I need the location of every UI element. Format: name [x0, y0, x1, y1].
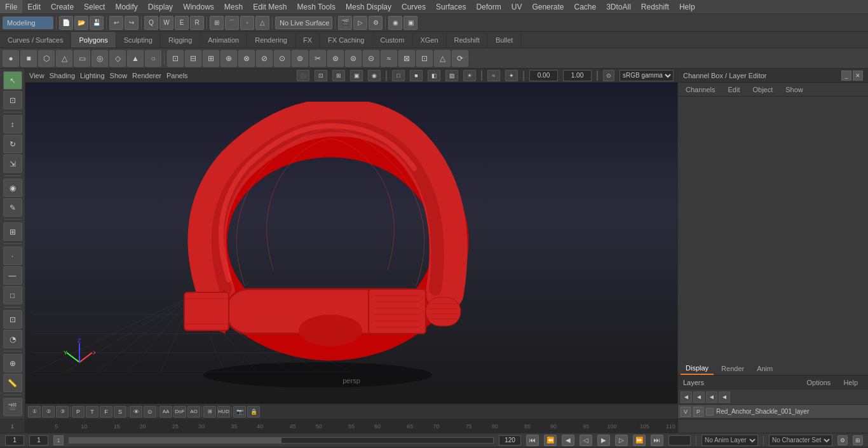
viewport-menu-show[interactable]: Show	[110, 72, 128, 79]
shelf-connect[interactable]: ⊛	[327, 50, 344, 67]
rp-close-button[interactable]: ✕	[853, 71, 863, 81]
shelf-sphere[interactable]: ●	[3, 50, 19, 67]
menu-mesh[interactable]: Mesh	[219, 0, 248, 13]
tab-xgen[interactable]: XGen	[412, 32, 446, 48]
menu-redshift[interactable]: Redshift	[636, 0, 674, 13]
layers-help-menu[interactable]: Help	[838, 376, 863, 389]
shaded-wire-button[interactable]: ◧	[428, 70, 440, 81]
menu-select[interactable]: Select	[79, 0, 110, 13]
menu-display[interactable]: Display	[143, 0, 178, 13]
frame-input-1[interactable]	[5, 435, 24, 445]
play-back-button[interactable]: ◁	[580, 435, 592, 446]
menu-create[interactable]: Create	[46, 0, 79, 13]
vp-wireframe-btn[interactable]: ①	[28, 406, 41, 417]
viewport-menu-shading[interactable]: Shading	[50, 72, 75, 79]
layers-add-sel-button[interactable]: ◄	[693, 391, 705, 403]
tab-fx-caching[interactable]: FX Caching	[320, 32, 372, 48]
component-edge-button[interactable]: —	[3, 266, 22, 285]
multi-component-button[interactable]: ⊡	[3, 310, 22, 329]
char-set-options-button[interactable]: ⚙	[837, 435, 848, 445]
scale-tool-button[interactable]: R	[190, 16, 204, 30]
vp-show-hide-btn[interactable]: 👁	[130, 406, 142, 417]
timeline-track[interactable]: 5 10 15 20 25 30 35 40 45 50 55 60 65 70…	[25, 419, 677, 433]
layers-remove-button[interactable]: ◄	[706, 391, 717, 403]
range-end-input[interactable]	[499, 435, 521, 445]
shaded-button[interactable]: ■	[410, 70, 423, 81]
anim-range-slider[interactable]	[69, 437, 494, 444]
resolution-gate-button[interactable]: ▣	[403, 16, 417, 30]
snap-align-button[interactable]: ⊕	[3, 354, 22, 372]
viewport-menu-lighting[interactable]: Lighting	[80, 72, 105, 79]
layer-playback-button[interactable]: P	[693, 407, 703, 417]
film-gate-button[interactable]: ▣	[350, 70, 363, 81]
vp-persp-btn[interactable]: P	[72, 406, 85, 417]
menu-modify[interactable]: Modify	[110, 0, 142, 13]
snap-point-button[interactable]: ◦	[240, 16, 254, 30]
shelf-bevel[interactable]: ⊟	[185, 50, 201, 67]
shelf-cylinder[interactable]: ⬡	[38, 50, 55, 67]
viewport-menu-panels[interactable]: Panels	[166, 72, 188, 79]
redo-button[interactable]: ↪	[125, 16, 139, 30]
render-settings-button[interactable]: ⚙	[369, 16, 383, 30]
show-manip-button[interactable]: ⊞	[3, 222, 22, 241]
scale-input[interactable]	[563, 70, 592, 81]
menu-edit-mesh[interactable]: Edit Mesh	[248, 0, 292, 13]
menu-help[interactable]: Help	[674, 0, 700, 13]
rp-tab-edit[interactable]: Edit	[722, 83, 745, 96]
vp-front-btn[interactable]: F	[100, 406, 112, 417]
display-layer-button[interactable]: ◉	[388, 16, 402, 30]
viewport-menu-view[interactable]: View	[29, 72, 44, 79]
layers-add-button[interactable]: ◄	[681, 391, 692, 403]
tab-sculpting[interactable]: Sculpting	[116, 32, 161, 48]
rp-subtab-anim[interactable]: Anim	[752, 362, 778, 375]
status-settings-button[interactable]: ⊞	[853, 435, 863, 445]
shelf-bridge[interactable]: ⊞	[203, 50, 219, 67]
shelf-extrude[interactable]: ⊡	[167, 50, 184, 67]
go-start-button[interactable]: ⏮	[526, 435, 539, 446]
shelf-torus[interactable]: ◎	[92, 50, 108, 67]
soft-mod-button[interactable]: ◔	[3, 330, 22, 348]
vp-lock-btn[interactable]: 🔒	[247, 406, 260, 417]
shelf-offset[interactable]: ⊚	[292, 50, 308, 67]
layers-move-up-button[interactable]: ◄	[719, 391, 730, 403]
rotation-input[interactable]	[529, 70, 558, 81]
menu-cache[interactable]: Cache	[569, 0, 601, 13]
vp-isolate-btn[interactable]: ⊙	[144, 406, 156, 417]
layer-visible-button[interactable]: V	[681, 407, 691, 417]
tab-rigging[interactable]: Rigging	[161, 32, 200, 48]
perspective-button[interactable]: ⊡	[315, 70, 327, 81]
shelf-triangulate[interactable]: △	[434, 50, 451, 67]
menu-edit[interactable]: Edit	[22, 0, 46, 13]
menu-3dtoall[interactable]: 3DtoAll	[601, 0, 636, 13]
tab-rendering[interactable]: Rendering	[247, 32, 295, 48]
rotate-tool-lt-button[interactable]: ↻	[3, 135, 22, 153]
menu-file[interactable]: File	[0, 0, 22, 13]
viewport-menu-renderer[interactable]: Renderer	[132, 72, 161, 79]
shelf-combine[interactable]: ⊠	[398, 50, 415, 67]
menu-deform[interactable]: Deform	[471, 0, 506, 13]
shelf-cut[interactable]: ✂	[309, 50, 326, 67]
render-button[interactable]: 🎬	[338, 16, 352, 30]
shelf-cone[interactable]: △	[56, 50, 72, 67]
step-back-button[interactable]: ◀	[562, 435, 574, 446]
save-scene-button[interactable]: 💾	[90, 16, 104, 30]
vp-grid-vis-btn[interactable]: ⊞	[203, 406, 216, 417]
vp-side-btn[interactable]: S	[114, 406, 126, 417]
snap-surface-button[interactable]: △	[255, 16, 269, 30]
rp-subtab-render[interactable]: Render	[716, 362, 749, 375]
menu-mesh-display[interactable]: Mesh Display	[341, 0, 397, 13]
light-button[interactable]: ☀	[463, 70, 476, 81]
tab-fx[interactable]: FX	[295, 32, 320, 48]
vp-top-btn[interactable]: T	[86, 406, 98, 417]
shelf-plane[interactable]: ▭	[74, 50, 90, 67]
shelf-insert[interactable]: ⊙	[274, 50, 290, 67]
shelf-fill[interactable]: ⊗	[238, 50, 255, 67]
tab-polygons[interactable]: Polygons	[71, 32, 116, 48]
tab-custom[interactable]: Custom	[373, 32, 413, 48]
wireframe-button[interactable]: □	[392, 70, 405, 81]
tab-redshift[interactable]: Redshift	[447, 32, 488, 48]
ipr-render-button[interactable]: ▷	[353, 16, 367, 30]
vp-camera-btn[interactable]: 📷	[233, 406, 246, 417]
vp-hud-btn[interactable]: HUD	[217, 406, 230, 417]
shelf-retopo[interactable]: ⟳	[452, 50, 468, 67]
